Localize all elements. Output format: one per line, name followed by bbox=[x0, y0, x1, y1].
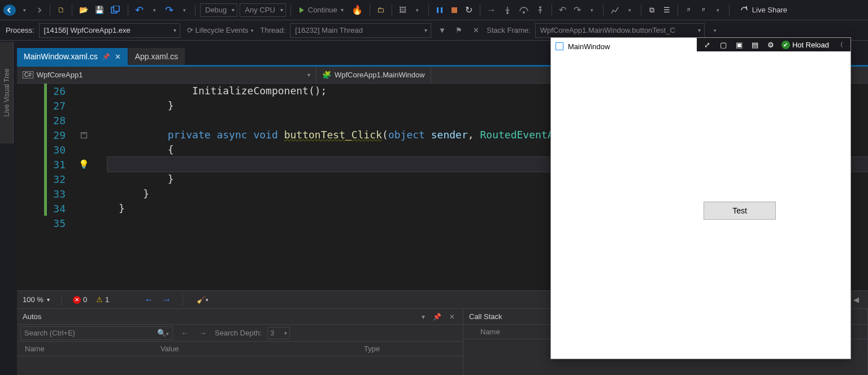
save-button[interactable]: 💾 bbox=[93, 4, 106, 16]
error-icon: ✕ bbox=[73, 296, 81, 304]
undo-chevron[interactable]: ▾ bbox=[148, 4, 160, 16]
svg-rect-3 bbox=[441, 7, 442, 13]
new-item-button[interactable]: 🗋 bbox=[55, 4, 67, 16]
toolbar-chevron-4[interactable]: ▾ bbox=[712, 4, 724, 16]
track-focus-icon[interactable]: ▤ bbox=[750, 40, 760, 50]
show-next-statement-button[interactable]: → bbox=[485, 4, 498, 16]
hot-reload-label: Hot Reload bbox=[792, 41, 829, 49]
layout-icon-2[interactable]: ☰ bbox=[661, 4, 673, 16]
panel-dropdown-icon[interactable]: ▾ bbox=[419, 313, 427, 321]
open-file-button[interactable]: 📂 bbox=[77, 4, 90, 16]
thread-dropdown[interactable]: [16232] Main Thread bbox=[290, 23, 431, 38]
col-value[interactable]: Value bbox=[160, 345, 364, 353]
close-icon[interactable]: ✕ bbox=[115, 53, 121, 61]
undo-button[interactable]: ↶ bbox=[133, 4, 146, 16]
select-element-icon[interactable]: ▢ bbox=[718, 40, 728, 50]
clean-icon[interactable]: 🧹▾ bbox=[194, 294, 211, 306]
error-count[interactable]: ✕ 0 bbox=[73, 295, 87, 304]
flag-icon[interactable]: ⚑ bbox=[453, 24, 465, 37]
autos-search-input[interactable]: Search (Ctrl+E) 🔍▾ bbox=[20, 326, 173, 340]
main-toolbar: ▾ 🗋 📂 💾 ↶ ▾ ↷ ▾ Debug Any CPU Continue ▾… bbox=[0, 0, 868, 20]
in-app-toolbar: ⤢ ▢ ▣ ▤ ⚙ ✔ Hot Reload 〈 bbox=[697, 38, 850, 51]
svg-rect-2 bbox=[437, 7, 439, 13]
live-share-button[interactable]: Live Share bbox=[734, 6, 793, 15]
wpf-app-icon bbox=[555, 42, 563, 50]
step-out-button[interactable] bbox=[533, 4, 547, 16]
collapse-toggle[interactable] bbox=[81, 132, 87, 138]
live-share-label: Live Share bbox=[752, 6, 787, 14]
nav-back-button[interactable] bbox=[3, 5, 16, 16]
continue-label: Continue bbox=[308, 6, 337, 14]
filter-icon[interactable]: ▼ bbox=[436, 24, 448, 37]
hot-reload-icon[interactable]: 🔥 bbox=[349, 4, 365, 16]
ic-redo-2[interactable]: ↷ bbox=[571, 4, 584, 16]
autos-searchbar: Search (Ctrl+E) 🔍▾ ← → Search Depth: 3 ▾ bbox=[17, 325, 463, 342]
lifecycle-events-button[interactable]: ⟳ Lifecycle Events ▾ bbox=[185, 24, 256, 37]
warning-count[interactable]: ⚠ 1 bbox=[96, 295, 109, 304]
quote-icon-2[interactable]: 〃 bbox=[697, 4, 710, 16]
process-dropdown[interactable]: [14156] WpfCoreApp1.exe bbox=[39, 23, 180, 38]
save-all-button[interactable] bbox=[108, 4, 123, 16]
lightbulb-icon[interactable]: 💡 bbox=[79, 159, 89, 169]
thread-value: [16232] Main Thread bbox=[295, 26, 363, 34]
break-all-button[interactable] bbox=[433, 4, 446, 16]
running-app-window[interactable]: ⤢ ▢ ▣ ▤ ⚙ ✔ Hot Reload 〈 MainWindow — Te… bbox=[550, 37, 851, 359]
panel-pin-icon[interactable]: 📌 bbox=[431, 313, 444, 321]
hot-reload-check-icon: ✔ bbox=[782, 41, 790, 49]
toolbar2-chevron[interactable]: ▾ bbox=[709, 24, 722, 37]
prev-issue-button[interactable]: ← bbox=[144, 295, 153, 305]
continue-button[interactable]: Continue ▾ bbox=[296, 4, 347, 16]
step-over-button[interactable] bbox=[517, 4, 531, 16]
toolbar-chevron-3[interactable]: ▾ bbox=[624, 4, 636, 16]
search-forward-button[interactable]: → bbox=[197, 327, 209, 339]
search-icon[interactable]: 🔍▾ bbox=[157, 329, 169, 337]
nav-project-dropdown[interactable]: C# WpfCoreApp1 ▾ bbox=[17, 67, 316, 83]
search-depth-input[interactable]: 3 ▾ bbox=[267, 327, 290, 339]
redo-chevron[interactable]: ▾ bbox=[178, 4, 190, 16]
scroll-left-button[interactable]: ◀ bbox=[850, 294, 862, 306]
lifecycle-events-label: Lifecycle Events bbox=[196, 26, 249, 34]
toolbar-chevron-1[interactable]: ▾ bbox=[411, 4, 424, 16]
gutter: 26 27 28 29 30 31💡 32 33 34 35 bbox=[17, 84, 107, 290]
collapse-toolbar-icon[interactable]: 〈 bbox=[835, 40, 845, 50]
solution-platform-dropdown[interactable]: Any CPU bbox=[240, 3, 285, 17]
ic-undo-2[interactable]: ↶ bbox=[557, 4, 569, 16]
tab-mainwindow[interactable]: MainWindow.xaml.cs 📌 ✕ bbox=[17, 48, 128, 65]
tab-mainwindow-label: MainWindow.xaml.cs bbox=[24, 52, 98, 61]
step-into-button[interactable] bbox=[501, 4, 514, 16]
panel-close-icon[interactable]: ✕ bbox=[447, 313, 457, 321]
zoom-dropdown[interactable]: 100 % ▾ bbox=[23, 295, 50, 304]
stackframe-label: Stack Frame: bbox=[487, 26, 530, 34]
intellitrace-icon[interactable] bbox=[608, 4, 622, 16]
redo-button[interactable]: ↷ bbox=[163, 4, 176, 16]
search-depth-label: Search Depth: bbox=[215, 329, 262, 337]
stackframe-dropdown[interactable]: WpfCoreApp1.MainWindow.buttonTest_C bbox=[535, 23, 705, 38]
share-icon bbox=[740, 6, 749, 15]
goto-live-visual-tree-icon[interactable]: ⤢ bbox=[702, 40, 713, 50]
nav-class-dropdown[interactable]: 🧩 WpfCoreApp1.MainWindow bbox=[316, 67, 431, 83]
svg-point-5 bbox=[506, 12, 509, 14]
tab-app[interactable]: App.xaml.cs bbox=[128, 48, 185, 65]
autos-columns: Name Value Type bbox=[17, 342, 463, 356]
snapshot-icon[interactable]: 🖼 bbox=[397, 4, 409, 16]
display-layout-icon[interactable]: ▣ bbox=[734, 40, 744, 50]
folder-icon[interactable]: 🗀 bbox=[375, 4, 387, 16]
live-visual-tree-tool[interactable]: Live Visual Tree bbox=[0, 42, 14, 143]
toggle-icon[interactable]: ⚙ bbox=[766, 40, 776, 50]
search-back-button[interactable]: ← bbox=[179, 327, 191, 339]
col-type[interactable]: Type bbox=[364, 345, 380, 353]
nav-forward-button[interactable] bbox=[33, 4, 45, 16]
solution-config-dropdown[interactable]: Debug bbox=[200, 3, 237, 17]
nav-back-chevron[interactable]: ▾ bbox=[18, 4, 31, 16]
stop-debug-button[interactable] bbox=[448, 4, 461, 16]
layout-icon-1[interactable]: ⧉ bbox=[646, 4, 658, 16]
next-issue-button[interactable]: → bbox=[162, 295, 171, 305]
source-icon[interactable]: ✕ bbox=[470, 24, 482, 37]
quote-icon-1[interactable]: 〃 bbox=[683, 4, 695, 16]
search-placeholder: Search (Ctrl+E) bbox=[24, 329, 75, 337]
wpf-test-button[interactable]: Test bbox=[704, 202, 776, 220]
restart-button[interactable]: ↻ bbox=[463, 4, 475, 16]
toolbar-chevron-2[interactable]: ▾ bbox=[586, 4, 598, 16]
pin-icon[interactable]: 📌 bbox=[102, 53, 110, 60]
col-name[interactable]: Name bbox=[25, 345, 160, 353]
